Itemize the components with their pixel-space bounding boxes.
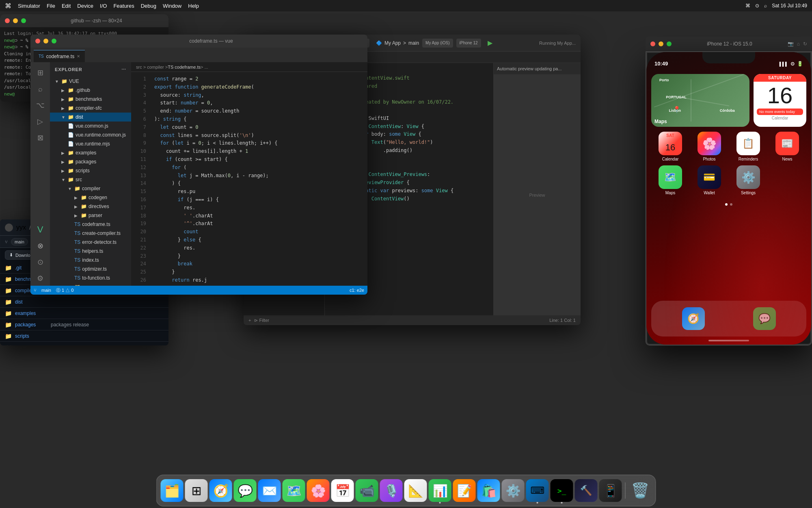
- vue-runtime-mjs-file[interactable]: 📄 vue.runtime.mjs: [50, 139, 131, 148]
- sim-home-icon[interactable]: ⌂: [797, 41, 800, 47]
- photos-app[interactable]: 🌸 Photos: [692, 132, 727, 161]
- sim-maximize-button[interactable]: [667, 41, 672, 46]
- dock-podcasts[interactable]: 🎙️: [380, 479, 403, 502]
- dock-calendar-mac[interactable]: 📅: [331, 479, 354, 502]
- maximize-button[interactable]: [21, 18, 26, 23]
- dock-photos-mac[interactable]: 🌸: [307, 479, 330, 502]
- to-function-file[interactable]: TS to-function.ts: [50, 274, 131, 282]
- menubar-edit[interactable]: Edit: [62, 3, 71, 9]
- error-detector-file[interactable]: TS error-detector.ts: [50, 238, 131, 247]
- menubar-device[interactable]: Device: [77, 3, 93, 9]
- dock-safari-mac[interactable]: 🧭: [209, 479, 232, 502]
- settings-activity-icon[interactable]: ⚙: [33, 271, 48, 286]
- dock-facetime[interactable]: 📹: [356, 479, 378, 502]
- create-compiler-file[interactable]: TS create-compiler.ts: [50, 229, 131, 238]
- calendar-widget[interactable]: SATURDAY 16 No more events today Calenda…: [754, 74, 806, 127]
- dock-xcode-mac[interactable]: 🔨: [575, 479, 598, 502]
- menubar-help[interactable]: Help: [188, 3, 199, 9]
- menubar-app-name[interactable]: Simulator: [18, 3, 40, 9]
- maps-app[interactable]: 🗺️ Maps: [653, 165, 688, 195]
- parser-folder[interactable]: ▶ 📁 parser: [50, 211, 131, 220]
- branch-badge[interactable]: main: [11, 238, 28, 245]
- src-folder[interactable]: ▼ 📁 src: [50, 175, 131, 184]
- menubar-io[interactable]: I/O: [100, 3, 107, 9]
- vscode-maximize-button[interactable]: [52, 39, 56, 43]
- menubar-debug[interactable]: Debug: [141, 3, 156, 9]
- search-activity-icon[interactable]: ⌕: [33, 82, 48, 96]
- calendar-icon[interactable]: SAT 16: [659, 132, 682, 155]
- map-widget[interactable]: Porto PORTUGAL Lisbon Córdoba 📍 Maps: [651, 74, 749, 127]
- statusbar-errors[interactable]: ⓪ 1 △ 0: [56, 287, 73, 293]
- packages-folder[interactable]: ▶ 📁 packages: [50, 157, 131, 166]
- github-folder[interactable]: ▶ 📁 .github: [50, 86, 131, 95]
- dock-maps-mac[interactable]: 🗺️: [283, 479, 305, 502]
- code-view[interactable]: 12345 678910 1112131415 1617181920 21222…: [131, 72, 367, 286]
- index-file[interactable]: TS index.ts: [50, 256, 131, 265]
- dock-launchpad[interactable]: ⊞: [185, 479, 208, 502]
- github-username[interactable]: yyx: [16, 224, 26, 231]
- xcode-device-selector[interactable]: My App (iOS): [422, 39, 453, 48]
- calendar-app[interactable]: SAT 16 Calendar: [653, 132, 688, 161]
- dock-mail[interactable]: ✉️: [258, 479, 281, 502]
- vscode-close-button[interactable]: [35, 39, 40, 43]
- dock-simulator-mac[interactable]: 📱: [599, 479, 622, 502]
- codeframe-file[interactable]: TS codeframe.ts: [50, 220, 131, 229]
- vue-icon[interactable]: V: [33, 222, 48, 237]
- close-button[interactable]: [5, 18, 10, 23]
- vscode-tab-codeframe[interactable]: TS codeframe.ts ✕: [34, 50, 85, 62]
- codegen-folder[interactable]: ▶ 📁 codegen: [50, 193, 131, 202]
- sim-screenshot-icon[interactable]: 📷: [788, 41, 794, 47]
- search-icon[interactable]: ⌕: [764, 3, 767, 9]
- run-activity-icon[interactable]: ▷: [33, 114, 48, 129]
- explorer-icon[interactable]: ⊞: [33, 65, 48, 80]
- settings-icon[interactable]: ⚙️: [736, 165, 760, 189]
- dock-vscode-mac[interactable]: ⌨: [526, 479, 549, 502]
- xcode-simulator-btn[interactable]: iPhone 12: [456, 39, 481, 48]
- statusbar-branch[interactable]: main: [41, 288, 51, 293]
- news-icon[interactable]: 📰: [775, 132, 799, 155]
- github-activity-icon[interactable]: ⊗: [33, 239, 48, 253]
- dock-appstore[interactable]: 🛍️: [477, 479, 500, 502]
- settings-app[interactable]: ⚙️ Settings: [731, 165, 766, 195]
- helpers-file[interactable]: TS helpers.ts: [50, 247, 131, 256]
- dock-pages[interactable]: 📝: [453, 479, 476, 502]
- explorer-menu-icon[interactable]: ⋯: [121, 67, 126, 72]
- vscode-minimize-button[interactable]: [43, 39, 48, 43]
- core-folder[interactable]: ▶ 📁 core: [50, 282, 131, 286]
- examples-folder[interactable]: ▶ 📁 examples: [50, 148, 131, 157]
- extensions-icon[interactable]: ⊠: [33, 130, 48, 145]
- sim-close-button[interactable]: [650, 41, 655, 46]
- menubar-features[interactable]: Features: [113, 3, 134, 9]
- vue-common-file[interactable]: 📄 vue.common.js: [50, 122, 131, 130]
- dist-folder[interactable]: ▼ 📁 dist: [50, 113, 131, 122]
- dock-numbers[interactable]: 📊: [429, 479, 451, 502]
- maps-app-icon[interactable]: 🗺️: [659, 165, 682, 189]
- git-activity-icon[interactable]: ⌥: [33, 98, 48, 113]
- minimize-button[interactable]: [13, 18, 18, 23]
- benchmarks-folder[interactable]: ▶ 📁 benchmarks: [50, 95, 131, 104]
- xcode-run-button[interactable]: ▶: [484, 39, 496, 48]
- scripts-folder[interactable]: ▶ 📁 scripts: [50, 166, 131, 175]
- vue-folder[interactable]: ▼ 📁 VUE: [50, 77, 131, 86]
- reminders-app[interactable]: 📋 Reminders: [731, 132, 766, 161]
- vue-runtime-common-file[interactable]: 📄 vue.runtime.common.js: [50, 130, 131, 139]
- account-icon[interactable]: ⊙: [33, 255, 48, 269]
- compiler-sfc-folder[interactable]: ▶ 📁 compiler-sfc: [50, 104, 131, 113]
- add-file-icon[interactable]: +: [248, 318, 251, 323]
- wallet-icon[interactable]: 💳: [698, 165, 721, 189]
- dock-messages-mac[interactable]: 💬: [234, 479, 257, 502]
- sim-minimize-button[interactable]: [659, 41, 663, 46]
- wallet-app[interactable]: 💳 Wallet: [692, 165, 727, 195]
- tab-close-icon[interactable]: ✕: [77, 54, 80, 59]
- dock-terminal-mac[interactable]: >_: [551, 479, 573, 502]
- compiler-folder[interactable]: ▼ 📁 compiler: [50, 184, 131, 193]
- dock-freeform[interactable]: 📐: [404, 479, 427, 502]
- optimizer-file[interactable]: TS optimizer.ts: [50, 265, 131, 274]
- filter-icon[interactable]: ⊳ Filter: [254, 318, 269, 323]
- sim-rotate-icon[interactable]: ↻: [803, 41, 807, 47]
- code-editor[interactable]: const range = 2 export function generate…: [149, 72, 367, 286]
- reminders-icon[interactable]: 📋: [736, 132, 760, 155]
- dock-finder[interactable]: 🗂️: [161, 479, 184, 502]
- apple-logo-icon[interactable]: ⌘: [5, 2, 11, 10]
- directives-folder[interactable]: ▶ 📁 directives: [50, 202, 131, 211]
